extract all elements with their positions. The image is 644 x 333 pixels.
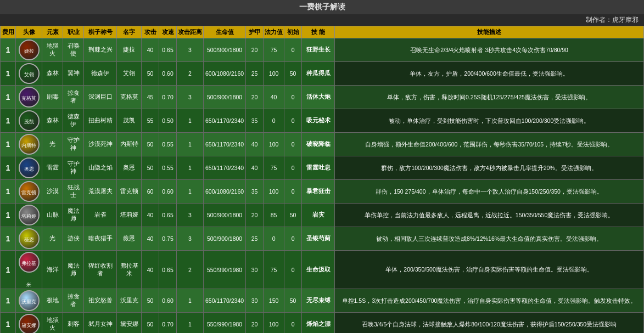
header-job: 职业 [63,26,84,38]
header-skill: 技 能 [302,26,335,38]
cell-cost: 1 [1,227,16,251]
header-avatar: 头像 [16,26,42,38]
cell-name: 沃里克 [117,289,142,313]
cell-job: 魔法师 [63,204,84,227]
cell-desc: 召唤无生命2/3/4火焰喷射者 3秒共攻击4次每次伤害70/80/90 [335,38,644,62]
cell-cost: 1 [1,156,16,180]
cell-cost: 1 [1,251,16,289]
cell-range: 1 [177,289,204,313]
cell-element: 沙漠 [42,180,63,204]
cell-chess-id: 岩雀 [84,204,117,227]
cell-armor: 40 [246,156,264,180]
cell-job: 掠食者 [63,289,84,313]
cell-hp: 650/1170/2340 [204,133,246,156]
cell-init: 0 [284,227,302,251]
cell-range: 2 [177,62,204,86]
avatar: 弗拉基米 [19,252,40,273]
cell-name: 雷克顿 [117,180,142,204]
cell-job: 掠食者 [63,86,84,109]
cell-armor: 20 [246,204,264,227]
table-row: 1 艾翎 森林 翼神 德森伊 艾翎 50 0.60 2 600/1080/216… [1,62,644,86]
cell-avatar: 克格莫 [16,86,42,109]
cell-chess-id: 山隐之焰 [84,156,117,180]
header-chess-id: 棋子称号 [84,26,117,38]
cell-avatar: 内斯特 [16,133,42,156]
cell-armor: 35 [246,180,264,204]
cell-armor: 40 [246,133,264,156]
cell-cost: 1 [1,86,16,109]
cell-init: 0 [284,156,302,180]
header-desc: 技能描述 [335,26,644,38]
cell-name: 艾翎 [117,62,142,86]
table-row: 1 克格莫 剧毒 掠食者 深渊巨口 克格莫 45 0.70 3 500/900/… [1,86,644,109]
cell-chess-id: 沙漠死神 [84,133,117,156]
cell-job: 魔法师 [63,251,84,289]
avatar: 雷克顿 [19,181,40,202]
cell-desc: 群伤，敌方100/200/300魔法伤害，敌方4秒内被暴击几率提升20%。受法强… [335,156,644,180]
cell-name: 弗拉基米 [117,251,142,289]
table-row: 1 塔莉娅 山脉 魔法师 岩雀 塔莉娅 40 0.65 3 500/900/18… [1,204,644,227]
cell-element: 剧毒 [42,86,63,109]
header-armor: 护甲 [246,26,264,38]
cell-job: 翼神 [63,62,84,86]
cell-init: 50 [284,204,302,227]
cell-range: 3 [177,227,204,251]
cell-atkspd: 0.60 [159,289,177,313]
cell-skill: 烁焰之漂 [302,313,335,334]
cell-name: 薇恩 [117,227,142,251]
cell-element: 极地 [42,289,63,313]
cell-job: 守护神 [63,133,84,156]
cell-armor: 30 [246,251,264,289]
author-bar: 制作者：虎牙摩邪 [0,14,644,26]
cell-cost: 1 [1,180,16,204]
cell-atk: 40 [142,204,159,227]
cell-hp: 600/1080/2160 [204,180,246,204]
cell-atk: 45 [142,86,159,109]
cell-cost: 1 [1,38,16,62]
cell-mana: 150 [264,289,284,313]
cell-skill: 无尽束缚 [302,289,335,313]
cell-avatar: 薇恩 [16,227,42,251]
cell-desc: 被动，相同敌人三次连续普攻造成8%/12%16%最大生命值的真实伤害。受法强影响… [335,227,644,251]
header-element: 元素 [42,26,63,38]
cell-hp: 650/1170/2340 [204,289,246,313]
cell-desc: 单控1.5S，3次打击造成200/450/700魔法伤害，治疗自身实际伤害等额的… [335,289,644,313]
cell-armor: 20 [246,38,264,62]
cell-name: 茂凯 [117,109,142,133]
cell-init: 50 [284,289,302,313]
cell-atkspd: 0.60 [159,62,177,86]
cell-mana: 75 [264,251,284,289]
cell-init: 50 [284,62,302,86]
cell-avatar: 奥恩 [16,156,42,180]
cell-mana: 0 [264,227,284,251]
cell-avatar: 塔莉娅 [16,204,42,227]
cell-hp: 650/1170/2340 [204,156,246,180]
cell-desc: 单体，200/350/500魔法伤害，治疗自身实际伤害等额的生命值。受法强影响。 [335,251,644,289]
cell-chess-id: 弑月女神 [84,313,117,334]
cell-mana: 100 [264,133,284,156]
cell-name: 婕拉 [117,38,142,62]
main-table: 费用 头像 元素 职业 棋子称号 名字 攻击 攻速 攻击距离 生命值 护甲 法力… [0,26,644,333]
header-init: 初始 [284,26,302,38]
cell-range: 2 [177,251,204,289]
cell-skill: 破晓降临 [302,133,335,156]
table-row: 1 茂凯 森林 德森伊 扭曲树精 茂凯 55 0.50 1 650/1170/2… [1,109,644,133]
cell-hp: 600/1080/2160 [204,62,246,86]
cell-chess-id: 德森伊 [84,62,117,86]
cell-atk: 60 [142,180,159,204]
avatar: 内斯特 [19,134,40,155]
author-label: 制作者：虎牙摩邪 [586,16,639,24]
cell-job: 德森伊 [63,109,84,133]
cell-init: 0 [284,86,302,109]
cell-skill: 吸元秘术 [302,109,335,133]
cell-atk: 50 [142,156,159,180]
cell-atkspd: 0.65 [159,251,177,289]
table-row: 1 内斯特 光 守护神 沙漠死神 内斯特 50 0.55 1 650/1170/… [1,133,644,156]
cell-job: 刺客 [63,313,84,334]
cell-element: 森林 [42,62,63,86]
table-row: 1 奥恩 雷霆 守护神 山隐之焰 奥恩 50 0.55 1 650/1170/2… [1,156,644,180]
cell-cost: 1 [1,133,16,156]
cell-init: 0 [284,133,302,156]
cell-avatar: 艾翎 [16,62,42,86]
cell-skill: 活体大炮 [302,86,335,109]
